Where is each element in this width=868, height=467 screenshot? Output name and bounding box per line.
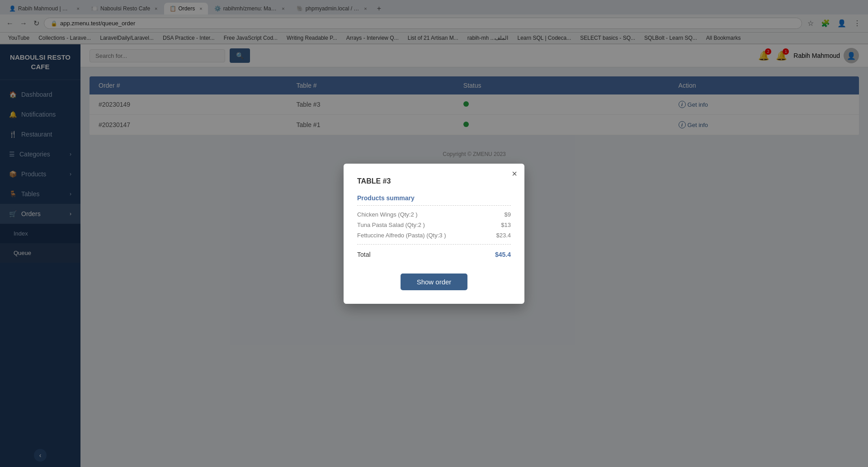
modal-title: TABLE #3 (357, 177, 511, 185)
product-price-1: $13 (501, 222, 511, 228)
bottom-dashed-divider (357, 244, 511, 245)
top-dashed-divider (357, 205, 511, 206)
product-name-1: Tuna Pasta Salad (Qty:2 ) (357, 222, 501, 228)
products-summary-label: Products summary (357, 194, 511, 202)
modal: × TABLE #3 Products summary Chicken Wing… (344, 164, 524, 304)
product-name-0: Chicken Wings (Qty:2 ) (357, 211, 505, 218)
modal-overlay[interactable]: × TABLE #3 Products summary Chicken Wing… (0, 0, 868, 467)
product-item-1: Tuna Pasta Salad (Qty:2 ) $13 (357, 220, 511, 230)
product-price-2: $23.4 (496, 232, 511, 239)
total-amount: $45.4 (495, 251, 511, 258)
product-item-0: Chicken Wings (Qty:2 ) $9 (357, 209, 511, 220)
show-order-button[interactable]: Show order (401, 274, 468, 290)
product-name-2: Fettuccine Alfredo (Pasta) (Qty:3 ) (357, 232, 496, 239)
total-row: Total $45.4 (357, 248, 511, 261)
modal-products-list: Chicken Wings (Qty:2 ) $9 Tuna Pasta Sal… (357, 209, 511, 241)
total-label: Total (357, 251, 371, 258)
product-item-2: Fettuccine Alfredo (Pasta) (Qty:3 ) $23.… (357, 230, 511, 241)
modal-close-button[interactable]: × (512, 169, 517, 178)
product-price-0: $9 (505, 211, 511, 218)
